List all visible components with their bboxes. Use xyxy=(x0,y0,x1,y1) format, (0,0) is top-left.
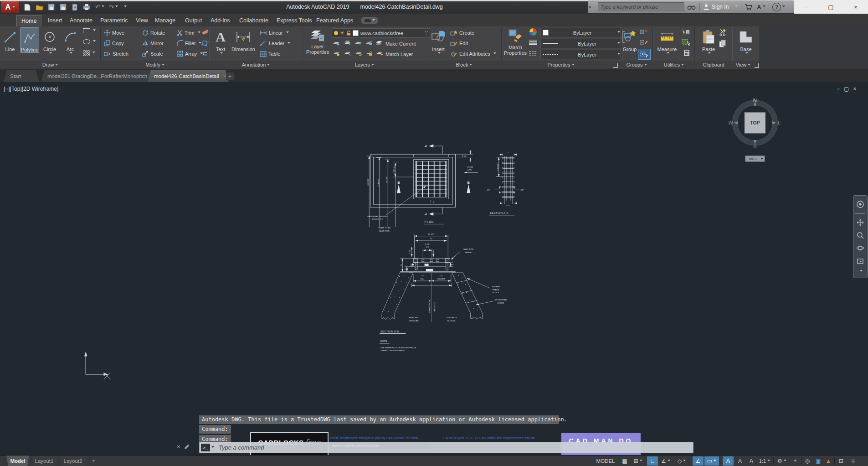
array-button[interactable]: Array xyxy=(177,49,203,59)
wcs-label[interactable]: WCS xyxy=(749,157,756,161)
autoscale-toggle[interactable]: A xyxy=(734,456,745,466)
tab-output[interactable]: Output xyxy=(180,15,207,26)
properties-launcher-icon[interactable] xyxy=(613,63,618,68)
view-compass[interactable]: N E S W TOP WCS xyxy=(729,98,781,161)
tab-home[interactable]: Home xyxy=(16,15,41,27)
layer-properties-button[interactable]: Layer Properties xyxy=(304,27,331,55)
paste-button[interactable]: Paste xyxy=(699,27,718,55)
grid-toggle[interactable]: ▦ xyxy=(619,456,630,466)
layer-thaw-icon[interactable] xyxy=(354,50,362,56)
file-tab-model351[interactable]: model351-BracingDe...ForRafterMonopitch× xyxy=(41,70,159,82)
compass-n-label[interactable]: N xyxy=(753,98,757,103)
object-color-dropdown[interactable]: ByLayer xyxy=(540,28,622,37)
clean-screen-button[interactable]: ⊡ xyxy=(836,456,846,466)
scale-button[interactable]: Scale xyxy=(142,49,163,59)
select-objects-button[interactable] xyxy=(682,39,690,46)
tab-parametric[interactable]: Parametric xyxy=(96,15,132,26)
drawing-viewport[interactable]: [−][Top][2D Wireframe] − ▢ × xyxy=(0,82,868,455)
panel-title-block[interactable]: Block xyxy=(427,61,501,69)
linetype-dropdown[interactable]: ByLayer xyxy=(540,50,622,59)
group-edit-button[interactable] xyxy=(640,39,648,46)
search-input[interactable] xyxy=(598,2,684,11)
fillet-button[interactable]: Fillet xyxy=(177,38,201,48)
new-layout-button[interactable]: + xyxy=(89,456,98,466)
ellipse-tool-button[interactable] xyxy=(83,39,96,44)
mirror-button[interactable]: Mirror xyxy=(142,38,164,48)
command-close-icon[interactable]: × xyxy=(177,443,180,450)
model-space-button[interactable]: MODEL xyxy=(595,456,616,466)
copy-button[interactable]: Copy xyxy=(104,38,124,48)
panel-title-view[interactable]: View xyxy=(733,61,754,69)
restore-button[interactable]: ▢ xyxy=(821,4,840,10)
layer-off-icon[interactable] xyxy=(333,40,340,46)
edit-attributes-button[interactable]: Edit Attributes xyxy=(450,49,496,59)
tab-annotate[interactable]: Annotate xyxy=(65,15,97,26)
layer-lock-icon[interactable] xyxy=(365,40,372,46)
minimize-button[interactable]: − xyxy=(796,4,816,10)
circle-button[interactable]: Circle xyxy=(40,27,59,55)
measure-button[interactable]: Measure xyxy=(655,27,679,55)
tab-view[interactable]: View xyxy=(131,15,153,26)
match-layer-button[interactable]: Match Layer xyxy=(385,49,413,59)
zoom-icon[interactable] xyxy=(856,231,864,239)
panel-title-properties[interactable]: Properties xyxy=(502,61,620,69)
save-button[interactable] xyxy=(46,3,56,11)
help-caret-icon[interactable] xyxy=(782,5,785,9)
annotation-monitor-button[interactable]: + xyxy=(790,456,800,466)
tab-collaborate[interactable]: Collaborate xyxy=(235,15,273,26)
hardware-acceleration-button[interactable]: ▣ xyxy=(813,456,823,466)
base-button[interactable]: Base xyxy=(735,27,756,55)
stretch-button[interactable]: Stretch xyxy=(104,49,128,59)
showmotion-icon[interactable] xyxy=(856,257,864,265)
group-selection-toggle[interactable] xyxy=(638,49,651,60)
new-drawing-tab-button[interactable]: + xyxy=(226,72,234,80)
quick-select-button[interactable] xyxy=(682,29,690,36)
isodraft-toggle[interactable]: ◇ xyxy=(674,456,689,466)
tab-insert[interactable]: Insert xyxy=(43,15,67,26)
leader-button[interactable]: Leader xyxy=(260,38,290,48)
annotation-visibility-toggle[interactable]: A xyxy=(723,456,734,466)
view-launcher-icon[interactable] xyxy=(755,63,759,68)
file-tab-start[interactable]: Start xyxy=(4,70,39,82)
layer-bulb-tool-icon[interactable] xyxy=(333,50,340,56)
table-button[interactable]: Table xyxy=(260,49,280,59)
polyline-button[interactable]: Polyline xyxy=(20,27,39,53)
infocenter-collapse-icon[interactable] xyxy=(590,5,593,8)
group-button[interactable]: Group xyxy=(621,27,639,52)
make-current-button[interactable]: Make Current xyxy=(385,39,416,49)
snap-toggle[interactable]: ⊞ xyxy=(631,456,645,466)
orbit-icon[interactable] xyxy=(856,244,864,252)
new-file-button[interactable] xyxy=(23,3,32,11)
polar-tracking-toggle[interactable]: ∡ xyxy=(659,456,673,466)
isolate-objects-button[interactable]: ◎ xyxy=(802,456,812,466)
make-current-icon[interactable] xyxy=(375,40,383,46)
file-tab-model426[interactable]: model426-CatchBasinDetail× xyxy=(148,70,229,82)
transfer-button[interactable] xyxy=(70,3,79,11)
insert-button[interactable]: Insert xyxy=(428,27,448,55)
offset-button[interactable]: ⊂ xyxy=(202,50,208,57)
match-layer-icon[interactable] xyxy=(375,50,383,56)
help-icon[interactable]: ? xyxy=(772,3,781,11)
ortho-toggle[interactable]: ∟ xyxy=(647,456,658,466)
plot-button[interactable] xyxy=(82,3,91,11)
dynamic-input-toggle[interactable]: ▭ xyxy=(704,456,719,466)
rotate-button[interactable]: Rotate xyxy=(142,28,165,38)
layout1-tab[interactable]: Layout1 xyxy=(31,456,57,466)
navbar-caret-icon[interactable] xyxy=(860,270,863,273)
compass-w-label[interactable]: W xyxy=(729,120,733,125)
hatch-tool-button[interactable] xyxy=(83,50,95,56)
close-button[interactable]: × xyxy=(846,4,865,10)
undo-button[interactable]: ↶ xyxy=(94,3,106,11)
tab-manage[interactable]: Manage xyxy=(150,15,180,26)
compass-e-label[interactable]: E xyxy=(778,120,781,125)
store-caret-icon[interactable] xyxy=(763,5,765,9)
move-button[interactable]: Move xyxy=(104,28,124,38)
quick-calc-button[interactable] xyxy=(683,49,690,57)
erase-button[interactable] xyxy=(201,29,209,36)
edit-block-button[interactable]: Edit xyxy=(450,38,468,48)
annotation-scale-button[interactable]: A xyxy=(746,456,756,466)
layout2-tab[interactable]: Layout2 xyxy=(59,456,87,466)
save-as-button[interactable] xyxy=(58,3,67,11)
open-button[interactable] xyxy=(35,3,44,11)
sign-in-caret-icon[interactable] xyxy=(735,5,738,9)
